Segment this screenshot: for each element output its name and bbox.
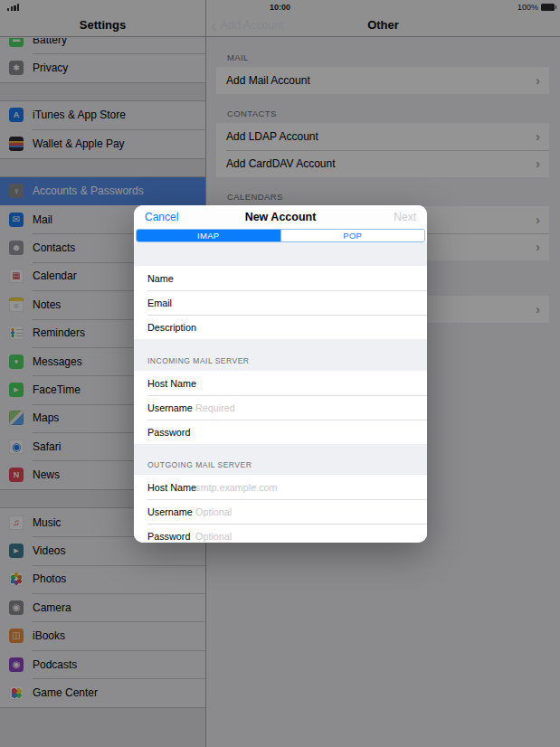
- description-field-row: Description: [134, 315, 427, 339]
- incoming-server-header: INCOMING MAIL SERVER: [147, 356, 250, 365]
- outgoing-host-input[interactable]: [195, 482, 427, 493]
- outgoing-password-row: Password: [134, 524, 427, 543]
- incoming-host-input[interactable]: [195, 378, 427, 389]
- modal-header: Cancel New Account Next: [134, 205, 427, 229]
- outgoing-server-section: OUTGOING MAIL SERVER: [134, 444, 427, 475]
- outgoing-host-row: Host Name: [134, 475, 427, 499]
- incoming-password-input[interactable]: [195, 427, 427, 438]
- new-account-modal: Cancel New Account Next IMAP POP Name Em…: [134, 205, 427, 543]
- segment-pop[interactable]: POP: [280, 230, 425, 241]
- outgoing-server-header: OUTGOING MAIL SERVER: [147, 460, 252, 469]
- description-input[interactable]: [195, 322, 427, 333]
- spacer-band: [134, 242, 427, 266]
- incoming-username-row: Username: [134, 395, 427, 420]
- incoming-password-row: Password: [134, 420, 427, 444]
- name-input[interactable]: [195, 273, 427, 284]
- account-type-segmented-control: IMAP POP: [136, 229, 425, 242]
- segment-imap[interactable]: IMAP: [137, 230, 280, 241]
- incoming-username-input[interactable]: [195, 402, 427, 413]
- outgoing-password-input[interactable]: [195, 531, 427, 542]
- outgoing-username-input[interactable]: [195, 506, 427, 517]
- incoming-server-section: INCOMING MAIL SERVER: [134, 339, 427, 371]
- next-button[interactable]: Next: [394, 205, 416, 229]
- email-field-row: Email: [134, 290, 427, 315]
- name-field-row: Name: [134, 266, 427, 290]
- modal-title: New Account: [134, 205, 427, 229]
- email-input[interactable]: [195, 298, 427, 308]
- screen: 10:00 100% Settings Add Account Other ▬ …: [0, 0, 560, 747]
- incoming-host-row: Host Name: [134, 371, 427, 395]
- outgoing-username-row: Username: [134, 499, 427, 524]
